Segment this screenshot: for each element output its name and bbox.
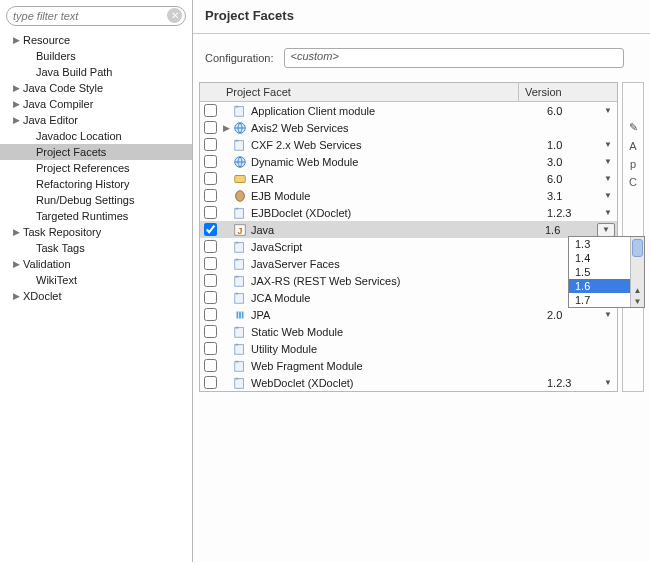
dropdown-scrollbar[interactable]: ▲ ▼ [630, 237, 644, 307]
sidebar-item[interactable]: ▶Task Repository [0, 224, 192, 240]
facet-row[interactable]: Static Web Module [200, 323, 617, 340]
sidebar-item[interactable]: ▶Resource [0, 32, 192, 48]
facet-version-dropdown-icon[interactable]: ▼ [597, 223, 615, 237]
facet-row[interactable]: Utility Module [200, 340, 617, 357]
facet-row[interactable]: ▶Axis2 Web Services [200, 119, 617, 136]
facet-disclose-icon[interactable]: ▶ [220, 123, 232, 133]
disclose-icon[interactable]: ▶ [11, 259, 21, 269]
sidebar-item[interactable]: ▶Task Tags [0, 240, 192, 256]
svg-rect-12 [235, 242, 244, 252]
facet-version-dropdown-icon[interactable]: ▼ [599, 174, 617, 183]
sidebar-item[interactable]: ▶Java Editor [0, 112, 192, 128]
facet-checkbox[interactable] [204, 223, 217, 236]
facet-checkbox[interactable] [204, 342, 217, 355]
facet-version-dropdown-icon[interactable]: ▼ [599, 208, 617, 217]
sidebar-item-label: Builders [36, 50, 192, 62]
facet-checkbox[interactable] [204, 172, 217, 185]
disclose-icon[interactable]: ▶ [11, 115, 21, 125]
sidebar-item[interactable]: ▶XDoclet [0, 288, 192, 304]
facet-row[interactable]: JAX-RS (REST Web Services) [200, 272, 617, 289]
facet-checkbox[interactable] [204, 189, 217, 202]
disclose-icon[interactable]: ▶ [11, 227, 21, 237]
globe-icon [232, 121, 248, 135]
facet-row[interactable]: EAR6.0▼ [200, 170, 617, 187]
sidebar-item[interactable]: ▶Run/Debug Settings [0, 192, 192, 208]
facet-row[interactable]: JavaScript [200, 238, 617, 255]
facet-checkbox[interactable] [204, 308, 217, 321]
facet-checkbox[interactable] [204, 359, 217, 372]
facet-version-dropdown-icon[interactable]: ▼ [599, 157, 617, 166]
disclose-icon[interactable]: ▶ [11, 35, 21, 45]
sidebar-item[interactable]: ▶Refactoring History [0, 176, 192, 192]
facet-row[interactable]: EJB Module3.1▼ [200, 187, 617, 204]
facet-label: JCA Module [251, 292, 543, 304]
facet-label: Axis2 Web Services [251, 122, 543, 134]
facet-label: Utility Module [251, 343, 543, 355]
sidebar-item[interactable]: ▶Builders [0, 48, 192, 64]
svg-rect-18 [235, 293, 244, 303]
facet-checkbox[interactable] [204, 138, 217, 151]
facet-row[interactable]: Web Fragment Module [200, 357, 617, 374]
col-header-facet[interactable]: Project Facet [220, 83, 519, 101]
facet-row[interactable]: Application Client module6.0▼ [200, 102, 617, 119]
col-header-version[interactable]: Version [519, 83, 599, 101]
facet-checkbox[interactable] [204, 274, 217, 287]
facet-version-dropdown-icon[interactable]: ▼ [599, 191, 617, 200]
sidebar-item[interactable]: ▶Javadoc Location [0, 128, 192, 144]
module-icon [232, 359, 248, 373]
disclose-icon[interactable]: ▶ [11, 99, 21, 109]
sidebar-item[interactable]: ▶Project References [0, 160, 192, 176]
facet-label: JPA [251, 309, 543, 321]
facet-row[interactable]: JavaServer Faces [200, 255, 617, 272]
facet-checkbox[interactable] [204, 206, 217, 219]
facet-label: JAX-RS (REST Web Services) [251, 275, 543, 287]
facet-row[interactable]: WebDoclet (XDoclet)1.2.3▼ [200, 374, 617, 391]
disclose-icon[interactable]: ▶ [11, 291, 21, 301]
java-version-dropdown[interactable]: 1.31.41.51.61.7 ▲ ▼ [568, 236, 645, 308]
facet-row[interactable]: JCA Module [200, 289, 617, 306]
facet-checkbox[interactable] [204, 257, 217, 270]
facet-row[interactable]: CXF 2.x Web Services1.0▼ [200, 136, 617, 153]
svg-rect-24 [235, 361, 244, 371]
filter-box: ✕ [6, 6, 186, 26]
facet-row[interactable]: JJava1.6▼ [200, 221, 617, 238]
svg-rect-13 [236, 241, 239, 243]
panel-title: Project Facets [193, 0, 650, 34]
module-icon [232, 240, 248, 254]
sidebar-item[interactable]: ▶Java Compiler [0, 96, 192, 112]
facet-checkbox[interactable] [204, 155, 217, 168]
facet-checkbox[interactable] [204, 121, 217, 134]
clear-filter-icon[interactable]: ✕ [167, 8, 182, 23]
configuration-row: Configuration: <custom> [193, 34, 650, 82]
sidebar-item[interactable]: ▶WikiText [0, 272, 192, 288]
facet-label: Dynamic Web Module [251, 156, 543, 168]
facet-row[interactable]: EJBDoclet (XDoclet)1.2.3▼ [200, 204, 617, 221]
facet-row[interactable]: JPA2.0▼ [200, 306, 617, 323]
sidebar-item[interactable]: ▶Targeted Runtimes [0, 208, 192, 224]
facet-checkbox[interactable] [204, 376, 217, 389]
facet-version-dropdown-icon[interactable]: ▼ [599, 140, 617, 149]
facet-checkbox[interactable] [204, 325, 217, 338]
facet-checkbox[interactable] [204, 291, 217, 304]
facet-version-dropdown-icon[interactable]: ▼ [599, 106, 617, 115]
jpa-icon [232, 308, 248, 322]
facet-version: 1.0 [543, 139, 599, 151]
disclose-icon[interactable]: ▶ [11, 83, 21, 93]
sidebar-item[interactable]: ▶Java Code Style [0, 80, 192, 96]
sidebar-item[interactable]: ▶Validation [0, 256, 192, 272]
svg-rect-22 [235, 344, 244, 354]
sidebar-item[interactable]: ▶Project Facets [0, 144, 192, 160]
svg-rect-23 [236, 343, 239, 345]
facet-checkbox[interactable] [204, 104, 217, 117]
facet-version-dropdown-icon[interactable]: ▼ [599, 310, 617, 319]
property-tree: ▶Resource▶Builders▶Java Build Path▶Java … [0, 32, 192, 304]
sidebar-item-label: Targeted Runtimes [36, 210, 192, 222]
facet-row[interactable]: Dynamic Web Module3.0▼ [200, 153, 617, 170]
sidebar-item[interactable]: ▶Java Build Path [0, 64, 192, 80]
facet-label: CXF 2.x Web Services [251, 139, 543, 151]
facet-version-dropdown-icon[interactable]: ▼ [599, 378, 617, 387]
filter-input[interactable] [6, 6, 186, 26]
configuration-select[interactable]: <custom> [284, 48, 624, 68]
facet-checkbox[interactable] [204, 240, 217, 253]
details-pane-fragment: C [629, 176, 637, 188]
